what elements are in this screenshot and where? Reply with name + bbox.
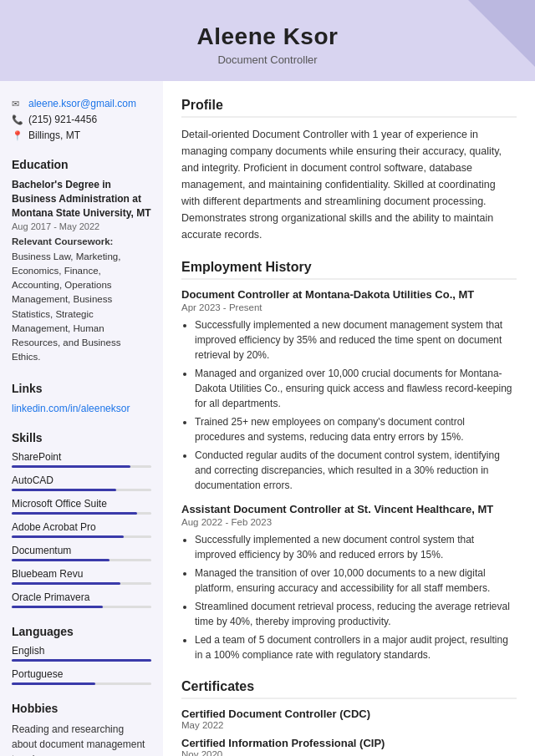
location-item: 📍 Billings, MT bbox=[12, 129, 151, 141]
skill-bar-bg bbox=[12, 559, 151, 561]
skill-name: Microsoft Office Suite bbox=[12, 498, 151, 510]
language-bar-fill bbox=[12, 682, 95, 685]
skill-item: Bluebeam Revu bbox=[12, 568, 151, 585]
resume-body: ✉ aleene.ksor@gmail.com 📞 (215) 921-4456… bbox=[0, 81, 535, 756]
bullet-item: Conducted regular audits of the document… bbox=[195, 448, 517, 493]
main-content: Profile Detail-oriented Document Control… bbox=[163, 81, 535, 756]
hobbies-heading: Hobbies bbox=[12, 702, 151, 715]
skill-bar-bg bbox=[12, 606, 151, 608]
hobbies-section: Hobbies Reading and researching about do… bbox=[12, 702, 151, 756]
language-bar-fill bbox=[12, 659, 151, 662]
cert-date: May 2022 bbox=[181, 720, 517, 730]
location-text: Billings, MT bbox=[28, 129, 80, 141]
skill-bar-fill bbox=[12, 465, 130, 468]
skill-name: Bluebeam Revu bbox=[12, 568, 151, 580]
language-name: English bbox=[12, 645, 151, 657]
skill-bar-fill bbox=[12, 535, 124, 538]
skill-bar-bg bbox=[12, 465, 151, 468]
skill-name: Adobe Acrobat Pro bbox=[12, 521, 151, 533]
language-bar-bg bbox=[12, 659, 151, 662]
skill-name: Documentum bbox=[12, 545, 151, 556]
profile-heading: Profile bbox=[181, 98, 517, 118]
profile-text: Detail-oriented Document Controller with… bbox=[181, 126, 517, 243]
phone-number: (215) 921-4456 bbox=[28, 114, 97, 125]
coursework-label: Relevant Coursework: bbox=[12, 236, 113, 246]
hobbies-text: Reading and researching about document m… bbox=[12, 722, 151, 756]
employment-heading: Employment History bbox=[181, 260, 517, 280]
employment-section: Employment History Document Controller a… bbox=[181, 260, 517, 662]
bullet-item: Led a team of 5 document controllers in … bbox=[195, 632, 517, 662]
linkedin-link[interactable]: linkedin.com/in/aleeneksor bbox=[12, 403, 130, 414]
skill-item: SharePoint bbox=[12, 451, 151, 468]
certs-list: Certified Document Controller (CDC) May … bbox=[181, 708, 517, 756]
job-bullets: Successfully implemented a new document … bbox=[181, 317, 517, 493]
language-item: English bbox=[12, 645, 151, 662]
education-dates: Aug 2017 - May 2022 bbox=[12, 221, 151, 231]
bullet-item: Successfully implemented a new document … bbox=[195, 532, 517, 562]
contact-section: ✉ aleene.ksor@gmail.com 📞 (215) 921-4456… bbox=[12, 98, 151, 141]
job-title: Assistant Document Controller at St. Vin… bbox=[181, 503, 517, 515]
languages-section: Languages English Portuguese bbox=[12, 625, 151, 685]
cert-entry: Certified Information Professional (CIP)… bbox=[181, 737, 517, 756]
language-name: Portuguese bbox=[12, 668, 151, 680]
skill-item: Microsoft Office Suite bbox=[12, 498, 151, 515]
skill-item: AutoCAD bbox=[12, 474, 151, 491]
skills-list: SharePoint AutoCAD Microsoft Office Suit… bbox=[12, 451, 151, 608]
skill-item: Documentum bbox=[12, 545, 151, 561]
links-section: Links linkedin.com/in/aleeneksor bbox=[12, 382, 151, 414]
jobs-list: Document Controller at Montana-Dakota Ut… bbox=[181, 288, 517, 662]
skill-bar-bg bbox=[12, 582, 151, 585]
links-heading: Links bbox=[12, 382, 151, 395]
skill-bar-fill bbox=[12, 559, 110, 561]
job-title: Document Controller at Montana-Dakota Ut… bbox=[181, 288, 517, 301]
education-section: Education Bachelor's Degree in Business … bbox=[12, 158, 151, 365]
location-icon: 📍 bbox=[12, 130, 23, 141]
candidate-name: Aleene Ksor bbox=[17, 23, 518, 50]
cert-entry: Certified Document Controller (CDC) May … bbox=[181, 708, 517, 730]
skill-name: SharePoint bbox=[12, 451, 151, 463]
languages-heading: Languages bbox=[12, 625, 151, 638]
bullet-item: Managed the transition of over 10,000 do… bbox=[195, 566, 517, 596]
job-dates: Apr 2023 - Present bbox=[181, 302, 517, 312]
bullet-item: Managed and organized over 10,000 crucia… bbox=[195, 366, 517, 411]
skill-bar-bg bbox=[12, 489, 151, 491]
coursework: Relevant Coursework: Business Law, Marke… bbox=[12, 235, 151, 364]
job-entry: Assistant Document Controller at St. Vin… bbox=[181, 503, 517, 662]
education-heading: Education bbox=[12, 158, 151, 171]
degree-title: Bachelor's Degree in Business Administra… bbox=[12, 178, 151, 220]
coursework-text: Business Law, Marketing, Economics, Fina… bbox=[12, 251, 120, 363]
skill-bar-fill bbox=[12, 582, 120, 585]
bullet-item: Trained 25+ new employees on company's d… bbox=[195, 414, 517, 444]
certificates-section: Certificates Certified Document Controll… bbox=[181, 679, 517, 756]
language-item: Portuguese bbox=[12, 668, 151, 685]
skill-name: AutoCAD bbox=[12, 474, 151, 486]
linkedin-item: linkedin.com/in/aleeneksor bbox=[12, 402, 151, 414]
language-bar-bg bbox=[12, 682, 151, 685]
cert-name: Certified Document Controller (CDC) bbox=[181, 708, 517, 720]
skill-bar-fill bbox=[12, 489, 116, 491]
cert-name: Certified Information Professional (CIP) bbox=[181, 737, 517, 749]
job-dates: Aug 2022 - Feb 2023 bbox=[181, 517, 517, 527]
sidebar: ✉ aleene.ksor@gmail.com 📞 (215) 921-4456… bbox=[0, 81, 163, 756]
bullet-item: Successfully implemented a new document … bbox=[195, 317, 517, 363]
email-link[interactable]: aleene.ksor@gmail.com bbox=[28, 98, 136, 109]
skill-bar-fill bbox=[12, 512, 137, 515]
skill-bar-bg bbox=[12, 512, 151, 515]
skill-name: Oracle Primavera bbox=[12, 591, 151, 603]
skills-section: Skills SharePoint AutoCAD Microsoft Offi… bbox=[12, 431, 151, 608]
skill-item: Oracle Primavera bbox=[12, 591, 151, 608]
job-bullets: Successfully implemented a new document … bbox=[181, 532, 517, 662]
profile-section: Profile Detail-oriented Document Control… bbox=[181, 98, 517, 243]
skill-item: Adobe Acrobat Pro bbox=[12, 521, 151, 538]
skill-bar-bg bbox=[12, 535, 151, 538]
phone-icon: 📞 bbox=[12, 114, 23, 125]
job-entry: Document Controller at Montana-Dakota Ut… bbox=[181, 288, 517, 493]
cert-date: Nov 2020 bbox=[181, 749, 517, 756]
skill-bar-fill bbox=[12, 606, 103, 608]
resume-header: Aleene Ksor Document Controller bbox=[0, 0, 535, 81]
email-icon: ✉ bbox=[12, 99, 23, 109]
email-item: ✉ aleene.ksor@gmail.com bbox=[12, 98, 151, 109]
bullet-item: Streamlined document retrieval process, … bbox=[195, 599, 517, 629]
phone-item: 📞 (215) 921-4456 bbox=[12, 114, 151, 125]
certificates-heading: Certificates bbox=[181, 679, 517, 699]
